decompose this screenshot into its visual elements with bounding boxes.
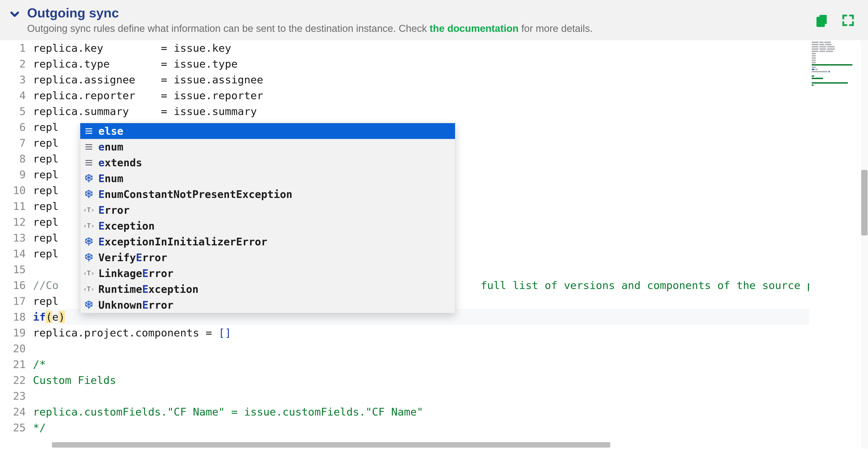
copy-button[interactable] — [815, 13, 829, 29]
code-line[interactable]: */ — [33, 420, 805, 436]
autocomplete-label: UnknownError — [98, 297, 174, 313]
line-number: 13 — [4, 230, 26, 246]
line-number: 6 — [4, 119, 26, 135]
autocomplete-label: VerifyError — [98, 250, 167, 265]
chevron-down-icon — [8, 8, 21, 21]
autocomplete-label: Enum — [98, 171, 123, 187]
type-icon: ‹T› — [84, 284, 94, 295]
class-icon — [84, 252, 94, 263]
collapse-toggle[interactable] — [8, 5, 21, 22]
minimap-line — [812, 57, 866, 59]
line-number: 12 — [4, 214, 26, 230]
line-number: 9 — [4, 167, 26, 183]
code-line[interactable]: replica.reporter = issue.reporter — [33, 88, 805, 103]
minimap-line — [812, 82, 866, 84]
header-title: Outgoing sync — [27, 5, 809, 21]
header-text: Outgoing sync Outgoing sync rules define… — [27, 5, 809, 35]
editor-region: 1234567891011121314151617181920212223242… — [0, 40, 868, 449]
autocomplete-item[interactable]: ‹T›RuntimeException — [80, 281, 455, 297]
line-number: 17 — [4, 293, 26, 309]
autocomplete-item[interactable]: ‹T›LinkageError — [80, 265, 455, 281]
minimap-line — [812, 55, 866, 57]
code-line[interactable] — [33, 341, 805, 357]
code-line[interactable]: replica.assignee = issue.assignee — [33, 72, 805, 88]
class-icon — [84, 189, 94, 200]
code-line[interactable]: /* — [33, 357, 805, 372]
autocomplete-item[interactable]: enum — [80, 139, 455, 155]
autocomplete-label: LinkageError — [98, 265, 174, 281]
header-bar: Outgoing sync Outgoing sync rules define… — [0, 0, 868, 40]
horizontal-scrollbar-thumb[interactable] — [52, 442, 610, 448]
minimap[interactable] — [809, 40, 868, 449]
autocomplete-label: extends — [98, 155, 142, 171]
header-subtitle: Outgoing sync rules define what informat… — [27, 22, 809, 35]
code-line[interactable]: replica.project.components = [] — [33, 325, 805, 341]
minimap-line — [812, 66, 866, 68]
keyword-icon — [84, 141, 94, 152]
autocomplete-label: Error — [98, 202, 129, 218]
line-number: 3 — [4, 72, 26, 88]
autocomplete-item[interactable]: ExceptionInInitializerError — [80, 234, 455, 250]
minimap-line — [812, 80, 866, 81]
line-number: 2 — [4, 56, 26, 72]
line-number: 5 — [4, 103, 26, 119]
code-line[interactable]: replica.type = issue.type — [33, 56, 805, 72]
minimap-line — [812, 41, 866, 43]
autocomplete-label: Exception — [98, 218, 155, 234]
autocomplete-item[interactable]: UnknownError — [80, 297, 455, 313]
minimap-line — [812, 75, 866, 77]
documentation-link[interactable]: the documentation — [430, 23, 519, 34]
autocomplete-popup[interactable]: elseenumextendsEnumEnumConstantNotPresen… — [80, 123, 455, 313]
autocomplete-item[interactable]: ‹T›Exception — [80, 218, 455, 234]
minimap-line — [812, 51, 866, 52]
minimap-line — [812, 85, 866, 86]
autocomplete-label: RuntimeException — [98, 281, 198, 297]
line-number: 16 — [4, 277, 26, 293]
minimap-line — [812, 62, 866, 63]
svg-rect-3 — [817, 18, 825, 27]
minimap-line — [812, 48, 866, 50]
type-icon: ‹T› — [84, 268, 94, 279]
subtitle-prefix: Outgoing sync rules define what informat… — [27, 23, 430, 34]
class-icon — [84, 236, 94, 247]
code-line[interactable]: replica.key = issue.key — [33, 40, 805, 56]
line-number: 20 — [4, 341, 26, 357]
minimap-line — [812, 69, 866, 70]
minimap-line — [812, 73, 866, 74]
keyword-icon — [84, 126, 94, 136]
line-number: 10 — [4, 183, 26, 198]
minimap-line — [812, 71, 866, 72]
line-number: 23 — [4, 388, 26, 404]
fullscreen-button[interactable] — [841, 13, 855, 29]
line-number: 22 — [4, 372, 26, 388]
autocomplete-item[interactable]: Enum — [80, 171, 455, 187]
autocomplete-label: EnumConstantNotPresentException — [98, 187, 292, 202]
line-number: 7 — [4, 135, 26, 151]
autocomplete-item[interactable]: ‹T›Error — [80, 202, 455, 218]
line-number: 1 — [4, 40, 26, 56]
code-line[interactable]: replica.customFields."CF Name" = issue.c… — [33, 404, 805, 420]
vertical-scrollbar[interactable] — [861, 40, 868, 449]
horizontal-scrollbar[interactable] — [34, 441, 809, 449]
minimap-line — [812, 44, 866, 45]
autocomplete-label: enum — [98, 139, 123, 155]
vertical-scrollbar-thumb[interactable] — [861, 170, 868, 235]
minimap-line — [812, 46, 866, 47]
autocomplete-item[interactable]: EnumConstantNotPresentException — [80, 187, 455, 202]
subtitle-suffix: for more details. — [519, 23, 593, 34]
autocomplete-item[interactable]: VerifyError — [80, 250, 455, 265]
code-editor[interactable]: 1234567891011121314151617181920212223242… — [0, 40, 809, 449]
line-number: 8 — [4, 151, 26, 167]
code-line[interactable] — [33, 388, 805, 404]
code-line[interactable]: Custom Fields — [33, 372, 805, 388]
fullscreen-icon — [841, 13, 855, 28]
autocomplete-item[interactable]: extends — [80, 155, 455, 171]
line-number: 19 — [4, 325, 26, 341]
code-line[interactable]: replica.summary = issue.summary — [33, 103, 805, 119]
line-number: 24 — [4, 404, 26, 420]
type-icon: ‹T› — [84, 221, 94, 231]
minimap-line — [812, 60, 866, 61]
line-number-gutter: 1234567891011121314151617181920212223242… — [0, 40, 33, 449]
line-number: 21 — [4, 357, 26, 372]
autocomplete-item[interactable]: else — [80, 123, 455, 139]
